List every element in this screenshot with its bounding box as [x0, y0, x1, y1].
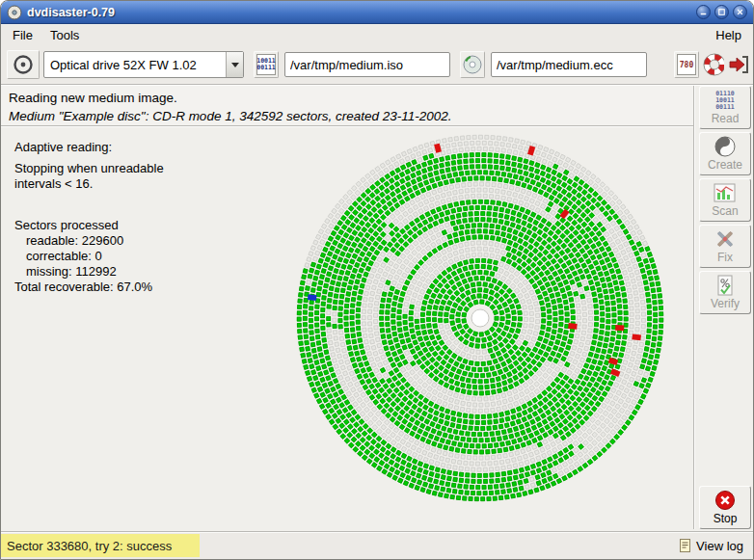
menu-file[interactable]: File: [4, 26, 41, 44]
toolbar: Optical drive 52X FW 1.02 10011 00111 78…: [1, 45, 753, 84]
drive-select-value: Optical drive 52X FW 1.02: [44, 52, 226, 77]
fix-icon: [714, 228, 736, 250]
menu-help[interactable]: Help: [707, 26, 750, 44]
menubar: File Tools Help: [1, 25, 753, 45]
window-title: dvdisaster-0.79: [27, 6, 115, 19]
status-heading: Reading new medium image. Medium "Exampl…: [1, 86, 693, 125]
preferences-button[interactable]: 780: [674, 51, 699, 78]
verify-label: Verify: [711, 297, 740, 310]
menu-tools[interactable]: Tools: [41, 26, 88, 44]
scan-label: Scan: [712, 204, 738, 218]
preferences-icon: 780: [677, 54, 696, 75]
read-label: Read: [712, 112, 740, 125]
medium-info-text: Medium "Example disc": CD-R mode 1, 3425…: [9, 107, 693, 125]
read-button[interactable]: 01110 10011 00111 Read: [699, 86, 751, 129]
quit-button[interactable]: [727, 51, 752, 78]
help-button[interactable]: [702, 51, 725, 78]
minimize-button[interactable]: [696, 5, 711, 19]
ecc-file-input[interactable]: [491, 52, 647, 77]
maximize-button[interactable]: [714, 5, 729, 19]
verify-button[interactable]: Verify: [699, 271, 751, 314]
create-icon: [714, 136, 736, 157]
stop-button[interactable]: Stop: [699, 486, 751, 529]
total-recoverable: Total recoverable: 67.0%: [14, 280, 256, 295]
stopping-line2: intervals < 16.: [14, 176, 256, 192]
status-message: Sector 333680, try 2: success: [1, 534, 200, 557]
scan-button[interactable]: Scan: [699, 178, 751, 222]
create-label: Create: [708, 158, 742, 172]
spiral-canvas: [291, 129, 669, 507]
stopping-line1: Stopping when unreadable: [14, 161, 256, 176]
verify-icon: [715, 275, 735, 296]
fix-button[interactable]: Fix: [699, 225, 751, 268]
image-file-button[interactable]: 10011 00111: [254, 51, 279, 78]
read-icon: 01110 10011 00111: [715, 91, 735, 111]
ecc-file-icon: [462, 54, 483, 75]
app-window: dvdisaster-0.79 File Tools Help Opt: [0, 0, 754, 560]
scan-icon: [714, 183, 737, 203]
maximize-icon: [716, 7, 727, 17]
quit-icon: [728, 53, 751, 76]
drive-button[interactable]: [7, 50, 40, 79]
titlebar[interactable]: dvdisaster-0.79: [1, 1, 753, 24]
sectors-missing: missing: 112992: [14, 264, 256, 280]
chevron-down-icon: [231, 63, 239, 67]
drive-icon: [12, 53, 35, 76]
heading-separator: [1, 125, 693, 127]
view-log-button[interactable]: View log: [679, 536, 743, 555]
view-log-icon: [679, 538, 692, 553]
close-icon: [735, 7, 745, 17]
statusbar: Sector 333680, try 2: success View log: [1, 533, 753, 559]
create-button[interactable]: Create: [699, 132, 751, 175]
stop-label: Stop: [714, 512, 738, 525]
app-icon: [7, 5, 22, 20]
sectors-correctable: correctable: 0: [14, 249, 256, 264]
fix-label: Fix: [717, 251, 733, 264]
operation-status-text: Reading new medium image.: [9, 89, 693, 107]
drive-select-arrow: [226, 52, 243, 77]
close-button[interactable]: [733, 5, 747, 19]
adaptive-title: Adaptive reading:: [14, 140, 256, 155]
adaptive-reading-panel: Adaptive reading: Stopping when unreadab…: [14, 140, 256, 295]
minimize-icon: [698, 7, 709, 17]
sectors-readable: readable: 229600: [14, 233, 256, 249]
ecc-file-button[interactable]: [460, 51, 485, 78]
image-file-input[interactable]: [284, 52, 450, 77]
view-log-label: View log: [696, 539, 743, 553]
stop-icon: [714, 490, 736, 511]
sectors-title: Sectors processed: [14, 218, 256, 233]
image-file-icon: 10011 00111: [256, 54, 276, 75]
lifebelt-help-icon: [703, 53, 724, 76]
window-controls: [692, 5, 747, 19]
sidebar-separator: [693, 86, 695, 529]
drive-select[interactable]: Optical drive 52X FW 1.02: [43, 51, 244, 78]
